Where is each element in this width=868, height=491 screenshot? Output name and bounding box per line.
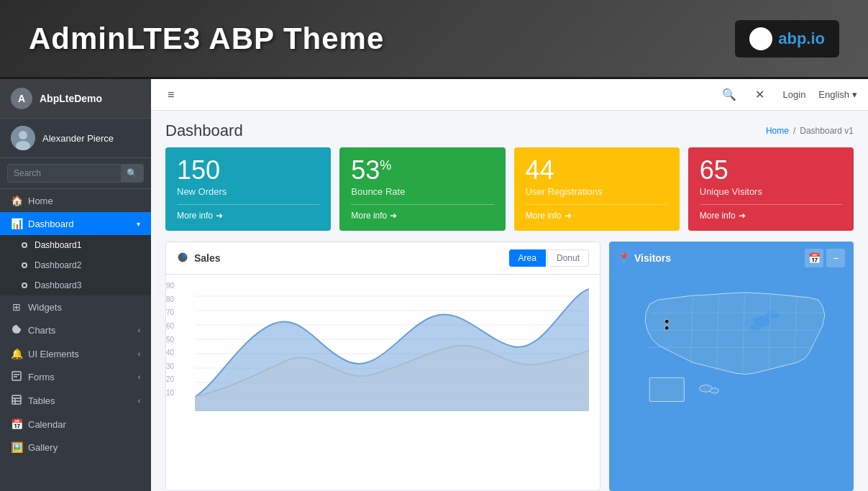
svg-rect-32 bbox=[649, 377, 684, 401]
minimize-button[interactable]: − bbox=[826, 249, 845, 267]
widgets-icon: ⊞ bbox=[11, 301, 22, 313]
visitors-actions: 📅 − bbox=[805, 249, 845, 267]
sidebar-item-label: Charts bbox=[28, 325, 55, 336]
abp-logo-icon bbox=[749, 27, 772, 50]
visitors-card: 📍 Visitors 📅 − bbox=[609, 242, 854, 491]
search-button[interactable]: 🔍 bbox=[121, 165, 143, 182]
arrow-right-icon: ➜ bbox=[739, 211, 746, 221]
stat-label: Bounce Rate bbox=[351, 186, 493, 197]
sidebar-item-tables[interactable]: Tables ‹ bbox=[0, 389, 151, 413]
sidebar-item-charts[interactable]: Charts ‹ bbox=[0, 318, 151, 342]
arrow-right-icon: ➜ bbox=[565, 211, 572, 221]
stat-more-link[interactable]: More info ➜ bbox=[526, 204, 668, 221]
top-navbar: ≡ 🔍 ✕ Login English ▾ bbox=[151, 79, 868, 111]
sidebar-item-gallery[interactable]: 🖼️ Gallery bbox=[0, 436, 151, 459]
stat-more-link[interactable]: More info ➜ bbox=[700, 204, 842, 221]
sidebar-item-label: Widgets bbox=[28, 302, 62, 313]
forms-icon bbox=[11, 371, 22, 383]
stat-number: 44 bbox=[526, 157, 668, 183]
svg-point-35 bbox=[664, 319, 669, 323]
user-name: Alexander Pierce bbox=[42, 133, 114, 144]
sidebar-item-label: Tables bbox=[28, 395, 55, 406]
stat-more-link[interactable]: More info ➜ bbox=[177, 204, 319, 221]
breadcrumb-separator: / bbox=[793, 126, 795, 136]
gallery-icon: 🖼️ bbox=[11, 441, 22, 453]
sidebar-item-dashboard3[interactable]: Dashboard3 bbox=[0, 275, 151, 295]
stat-card-bounce-rate: 53% Bounce Rate More info ➜ bbox=[339, 147, 505, 231]
sidebar-item-label: Dashboard bbox=[28, 219, 74, 229]
chart-header: Sales Area Donut bbox=[166, 242, 600, 275]
stat-label: User Registrations bbox=[526, 186, 668, 197]
sidebar: A AbpLteDemo Alexander Pierce bbox=[0, 79, 151, 491]
calendar-icon: 📅 bbox=[11, 418, 22, 430]
chevron-right-icon: ‹ bbox=[138, 326, 140, 334]
breadcrumb: Home / Dashboard v1 bbox=[766, 126, 854, 136]
stat-number: 65 bbox=[700, 157, 842, 183]
circle-icon bbox=[22, 262, 27, 268]
map-container bbox=[609, 275, 854, 411]
arrow-right-icon: ➜ bbox=[216, 211, 223, 221]
pin-icon: 📍 bbox=[618, 252, 630, 264]
y-axis-labels: 908070605040302010 bbox=[166, 282, 184, 397]
sidebar-item-dashboard2[interactable]: Dashboard2 bbox=[0, 255, 151, 275]
sidebar-user: Alexander Pierce bbox=[0, 119, 151, 158]
page-header: Dashboard Home / Dashboard v1 bbox=[151, 111, 868, 147]
stat-number: 150 bbox=[177, 157, 319, 183]
area-chart-svg bbox=[195, 282, 589, 411]
brand-name: AbpLteDemo bbox=[40, 93, 102, 104]
sidebar-search: 🔍 bbox=[0, 158, 151, 189]
svg-rect-5 bbox=[12, 372, 21, 380]
tab-donut[interactable]: Donut bbox=[547, 249, 589, 267]
sidebar-toggle-button[interactable]: ≡ bbox=[162, 86, 180, 104]
stat-card-user-registrations: 44 User Registrations More info ➜ bbox=[514, 147, 680, 231]
sidebar-item-forms[interactable]: Forms ‹ bbox=[0, 365, 151, 389]
hero-title: AdminLTE3 ABP Theme bbox=[29, 22, 384, 56]
sidebar-item-widgets[interactable]: ⊞ Widgets bbox=[0, 295, 151, 318]
search-input[interactable] bbox=[8, 165, 121, 182]
sidebar-item-label: UI Elements bbox=[28, 349, 79, 359]
svg-rect-8 bbox=[12, 395, 21, 404]
circle-icon bbox=[22, 242, 27, 248]
home-icon: 🏠 bbox=[11, 195, 22, 206]
breadcrumb-home[interactable]: Home bbox=[766, 126, 789, 136]
sidebar-item-dashboard1[interactable]: Dashboard1 bbox=[0, 235, 151, 255]
chevron-right-icon: ‹ bbox=[138, 373, 140, 381]
stat-number: 53% bbox=[351, 157, 493, 183]
stat-more-link[interactable]: More info ➜ bbox=[351, 204, 493, 221]
calendar-action-button[interactable]: 📅 bbox=[805, 249, 823, 267]
avatar bbox=[11, 126, 35, 150]
sidebar-item-dashboard[interactable]: 📊 Dashboard ▾ bbox=[0, 212, 151, 235]
chart-body: 908070605040302010 bbox=[166, 275, 600, 418]
sidebar-item-ui-elements[interactable]: 🔔 UI Elements ‹ bbox=[0, 342, 151, 365]
svg-point-36 bbox=[664, 326, 669, 330]
svg-point-22 bbox=[766, 311, 779, 318]
language-label: English bbox=[818, 89, 849, 100]
stat-label: New Orders bbox=[177, 186, 319, 197]
visitors-header: 📍 Visitors 📅 − bbox=[609, 242, 854, 275]
stat-cards: 150 New Orders More info ➜ 53% Bounce Ra… bbox=[151, 147, 868, 242]
login-link[interactable]: Login bbox=[777, 86, 812, 103]
stat-card-new-orders: 150 New Orders More info ➜ bbox=[165, 147, 331, 231]
stat-label: Unique Visitors bbox=[700, 186, 842, 197]
sidebar-item-calendar[interactable]: 📅 Calendar bbox=[0, 413, 151, 436]
bell-icon: 🔔 bbox=[11, 348, 22, 359]
pie-chart-icon bbox=[177, 252, 188, 265]
hero-logo-text: abp.io bbox=[778, 29, 825, 48]
tab-area[interactable]: Area bbox=[509, 249, 546, 267]
charts-row: Sales Area Donut 908070605040302010 bbox=[151, 242, 868, 491]
sidebar-brand: A AbpLteDemo bbox=[0, 79, 151, 119]
dashboard-icon: 📊 bbox=[11, 218, 22, 229]
sidebar-item-label: Gallery bbox=[28, 442, 58, 453]
sidebar-item-label: Dashboard2 bbox=[35, 260, 81, 270]
sidebar-item-label: Home bbox=[28, 196, 53, 206]
language-dropdown[interactable]: English ▾ bbox=[818, 89, 857, 100]
tables-icon bbox=[11, 395, 22, 407]
chevron-down-icon: ▾ bbox=[852, 89, 857, 100]
stat-card-unique-visitors: 65 Unique Visitors More info ➜ bbox=[688, 147, 854, 231]
sidebar-item-home[interactable]: 🏠 Home bbox=[0, 189, 151, 212]
content-area: ≡ 🔍 ✕ Login English ▾ Dashboard Home / D… bbox=[151, 79, 868, 491]
search-icon[interactable]: 🔍 bbox=[716, 85, 742, 104]
svg-point-34 bbox=[710, 388, 718, 393]
charts-icon bbox=[11, 324, 22, 336]
close-icon[interactable]: ✕ bbox=[749, 85, 770, 104]
